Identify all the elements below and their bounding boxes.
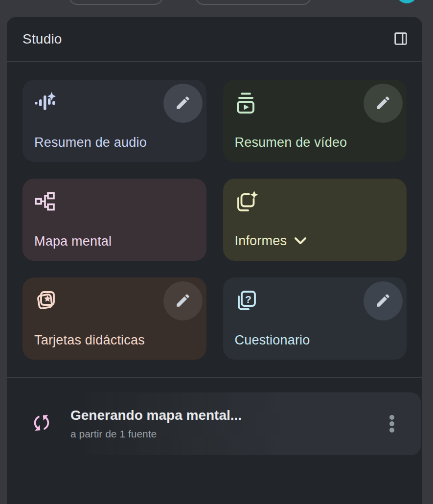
footer-divider xyxy=(7,377,422,378)
more-options-button[interactable] xyxy=(380,408,404,439)
card-label: Resumen de vídeo xyxy=(235,135,347,150)
card-mind-map[interactable]: Mapa mental xyxy=(23,179,206,261)
toolbar-pill-button[interactable] xyxy=(69,0,163,5)
mind-map-icon xyxy=(34,191,195,214)
loading-title: Generando mapa mental... xyxy=(70,407,242,424)
card-label: Informes xyxy=(235,232,308,249)
page-title: Studio xyxy=(23,31,62,47)
sync-spinner-icon xyxy=(30,412,53,436)
chevron-down-icon xyxy=(294,234,307,249)
pencil-icon xyxy=(375,292,391,310)
edit-video-button[interactable] xyxy=(364,84,403,123)
reports-sparkle-icon xyxy=(235,191,395,215)
toolbar-pill-button[interactable] xyxy=(195,0,311,5)
user-avatar[interactable] xyxy=(396,0,417,3)
card-audio-overview[interactable]: Resumen de audio xyxy=(23,80,206,162)
card-label: Cuestionario xyxy=(235,333,310,348)
generating-mind-map-row[interactable]: Generando mapa mental... a partir de 1 f… xyxy=(7,392,422,455)
collapse-panel-button[interactable] xyxy=(389,27,412,51)
card-reports[interactable]: Informes xyxy=(223,179,407,261)
edit-flashcards-button[interactable] xyxy=(163,281,203,321)
split-panel-icon xyxy=(393,31,409,48)
card-label: Mapa mental xyxy=(34,234,112,249)
card-video-overview[interactable]: Resumen de vídeo xyxy=(223,80,407,162)
pencil-icon xyxy=(375,94,391,113)
card-flashcards[interactable]: Tarjetas didácticas xyxy=(23,277,206,360)
loading-subtitle: a partir de 1 fuente xyxy=(70,427,242,441)
studio-panel: Studio xyxy=(7,17,422,504)
edit-audio-button[interactable] xyxy=(163,84,203,123)
card-label: Resumen de audio xyxy=(34,135,147,150)
card-quiz[interactable]: ? Cuestionario xyxy=(223,277,407,360)
three-dot-menu-icon xyxy=(389,415,394,433)
edit-quiz-button[interactable] xyxy=(364,281,403,321)
pencil-icon xyxy=(175,292,191,310)
pencil-icon xyxy=(175,94,191,113)
card-label: Tarjetas didácticas xyxy=(34,333,145,348)
loading-text-block: Generando mapa mental... a partir de 1 f… xyxy=(70,407,242,441)
svg-text:?: ? xyxy=(245,294,251,305)
studio-cards-grid: Resumen de audio Re xyxy=(7,62,422,360)
studio-panel-header: Studio xyxy=(7,17,422,62)
